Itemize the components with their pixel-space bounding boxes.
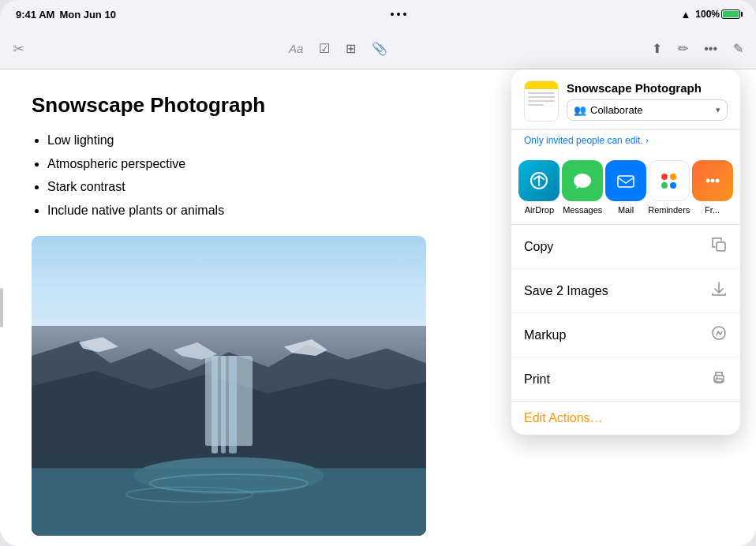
time: 9:41 AM xyxy=(16,9,54,21)
reminder-dot-blue xyxy=(670,182,676,189)
save-icon xyxy=(710,280,728,301)
share-actions: Copy Save 2 Images xyxy=(511,225,740,401)
print-action-row[interactable]: Print xyxy=(511,357,740,401)
ipad-frame: 9:41 AM Mon Jun 10 ▲ 100% ✂ Aa ☑ ⊞ � xyxy=(0,0,756,546)
markup-action-icon xyxy=(710,324,728,346)
sidebar-handle[interactable] xyxy=(0,288,3,327)
share-popup-header: Snowscape Photograph 👥 Collaborate ▾ xyxy=(511,69,740,130)
note-icon-yellow-bar xyxy=(525,81,558,89)
date: Mon Jun 10 xyxy=(59,9,116,21)
markup-svg xyxy=(710,324,728,342)
content-area: Snowscape Photograph Low lighting Atmosp… xyxy=(0,69,756,546)
dot-3 xyxy=(403,13,406,16)
note-line xyxy=(528,92,555,94)
svg-point-22 xyxy=(717,377,718,379)
svg-rect-14 xyxy=(618,176,634,187)
attachment-icon[interactable]: 📎 xyxy=(372,41,387,56)
status-bar-center xyxy=(391,13,406,16)
note-line xyxy=(528,96,555,98)
save-svg xyxy=(710,280,728,297)
note-line xyxy=(528,104,544,106)
print-label: Print xyxy=(524,372,550,387)
collaborate-label: Collaborate xyxy=(590,104,643,116)
share-app-messages[interactable]: Messages xyxy=(561,160,604,215)
more-icon[interactable]: ••• xyxy=(704,42,717,56)
reminders-label: Reminders xyxy=(648,205,690,215)
messages-svg xyxy=(571,170,593,192)
status-bar-left: 9:41 AM Mon Jun 10 xyxy=(16,9,116,21)
battery-fill xyxy=(723,11,739,17)
more-svg xyxy=(702,170,724,192)
toolbar-right: ⬆ ✏ ••• ✎ xyxy=(652,41,743,56)
photo-mountains xyxy=(32,326,426,536)
copy-action-row[interactable]: Copy xyxy=(511,225,740,269)
toolbar: ✂ Aa ☑ ⊞ 📎 ⬆ ✏ ••• ✎ xyxy=(0,28,756,69)
note-photo xyxy=(32,236,426,536)
dot-1 xyxy=(391,13,394,16)
share-apps-row: AirDrop Messages xyxy=(511,151,740,225)
airdrop-icon xyxy=(518,160,560,201)
reminders-icon xyxy=(649,160,690,201)
toolbar-left: ✂ xyxy=(13,40,24,58)
collaborate-dropdown-left: 👥 Collaborate xyxy=(574,104,643,116)
invite-text: Only invited people can edit. xyxy=(524,135,643,146)
more-label: Fr... xyxy=(705,205,720,215)
table-icon[interactable]: ⊞ xyxy=(346,41,356,56)
dot-2 xyxy=(397,13,400,16)
compose-icon[interactable]: ✎ xyxy=(733,41,743,56)
mail-label: Mail xyxy=(618,205,634,215)
people-icon: 👥 xyxy=(574,104,586,116)
battery-bar xyxy=(721,9,740,19)
wifi-icon: ▲ xyxy=(680,9,691,21)
svg-rect-18 xyxy=(717,242,725,251)
markup-icon[interactable]: ✏ xyxy=(678,41,688,56)
share-popup-title-area: Snowscape Photograph 👥 Collaborate ▾ xyxy=(567,81,728,121)
battery-percent: 100% xyxy=(695,9,720,20)
note-line xyxy=(528,100,555,102)
chevron-down-icon: ▾ xyxy=(716,105,720,115)
battery: 100% xyxy=(695,9,740,20)
reminders-dots xyxy=(661,174,676,189)
checklist-icon[interactable]: ☑ xyxy=(319,41,330,56)
edit-actions-label[interactable]: Edit Actions… xyxy=(524,411,603,424)
messages-label: Messages xyxy=(563,205,602,215)
mail-svg xyxy=(615,170,637,192)
lasso-icon[interactable]: ✂ xyxy=(13,40,24,58)
svg-point-16 xyxy=(710,179,714,183)
status-bar-right: ▲ 100% xyxy=(680,9,740,21)
share-app-reminders[interactable]: Reminders xyxy=(647,160,691,215)
mail-icon xyxy=(605,160,646,201)
markup-label: Markup xyxy=(524,328,566,342)
reminder-dot-green xyxy=(661,182,668,189)
share-popup: Snowscape Photograph 👥 Collaborate ▾ Onl… xyxy=(511,69,740,435)
save-images-action-row[interactable]: Save 2 Images xyxy=(511,269,740,313)
print-svg xyxy=(710,368,728,386)
collaborate-dropdown[interactable]: 👥 Collaborate ▾ xyxy=(567,99,728,121)
share-app-mail[interactable]: Mail xyxy=(604,160,648,215)
svg-rect-8 xyxy=(229,356,237,454)
print-icon xyxy=(710,368,728,390)
reminder-dot-orange xyxy=(670,174,676,180)
share-app-more[interactable]: Fr... xyxy=(691,160,734,215)
share-invite-text[interactable]: Only invited people can edit. › xyxy=(511,130,740,151)
invite-link[interactable]: › xyxy=(646,135,649,146)
mountain-svg xyxy=(32,326,426,536)
svg-rect-10 xyxy=(32,469,426,537)
share-app-airdrop[interactable]: AirDrop xyxy=(518,160,561,215)
edit-actions-row[interactable]: Edit Actions… xyxy=(511,401,740,435)
toolbar-center: Aa ☑ ⊞ 📎 xyxy=(289,41,387,56)
airdrop-svg xyxy=(528,170,550,192)
share-popup-note-title: Snowscape Photograph xyxy=(567,81,728,95)
svg-rect-7 xyxy=(221,356,226,454)
share-icon[interactable]: ⬆ xyxy=(652,41,662,56)
more-apps-icon xyxy=(692,160,733,201)
copy-svg xyxy=(710,236,728,253)
share-note-icon xyxy=(524,80,559,122)
copy-icon xyxy=(710,236,728,257)
save-images-label: Save 2 Images xyxy=(524,284,608,298)
format-text-icon[interactable]: Aa xyxy=(289,42,303,55)
markup-action-row[interactable]: Markup xyxy=(511,313,740,357)
svg-point-15 xyxy=(705,179,709,183)
svg-rect-6 xyxy=(211,356,218,454)
svg-point-17 xyxy=(715,179,719,183)
